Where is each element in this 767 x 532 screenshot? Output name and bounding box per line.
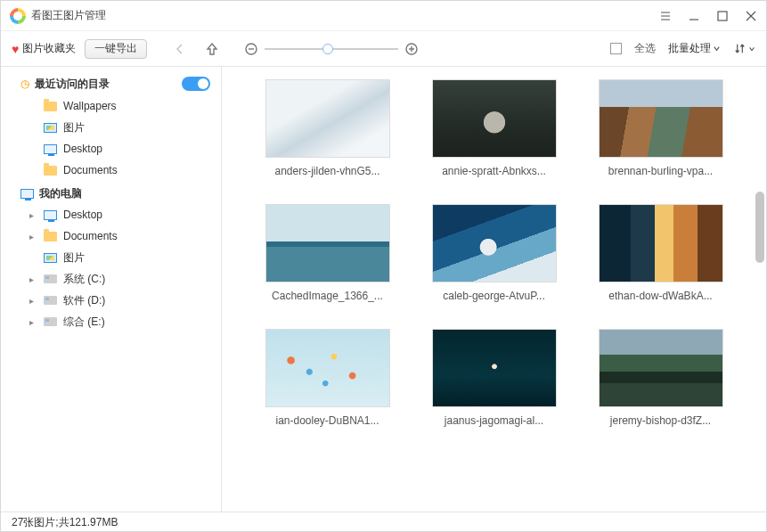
disk-icon bbox=[44, 296, 57, 305]
thumbnail-caption: ethan-dow-dWaBkA... bbox=[590, 290, 732, 302]
zoom-slider-thumb[interactable] bbox=[322, 44, 333, 54]
thumbnail-cell[interactable]: jeremy-bishop-d3fZ... bbox=[582, 329, 739, 427]
close-button[interactable] bbox=[745, 10, 757, 22]
computer-header[interactable]: 我的电脑 bbox=[1, 181, 221, 204]
thumbnail-cell[interactable]: ethan-dow-dWaBkA... bbox=[582, 204, 739, 302]
recent-toggle[interactable] bbox=[182, 77, 210, 91]
thumbnail-cell[interactable]: anders-jilden-vhnG5... bbox=[249, 79, 406, 177]
batch-dropdown[interactable]: 批量处理 bbox=[668, 41, 721, 56]
sidebar-item-label: Desktop bbox=[63, 209, 102, 221]
computer-icon bbox=[20, 189, 34, 199]
folder-icon bbox=[44, 102, 57, 111]
thumbnail-caption: jeremy-bishop-d3fZ... bbox=[590, 414, 732, 427]
thumbnail-image bbox=[432, 329, 557, 407]
sidebar-item-label: 系统 (C:) bbox=[63, 272, 105, 287]
expand-icon[interactable]: ▸ bbox=[29, 274, 40, 284]
thumbnail-image bbox=[432, 204, 557, 282]
picture-icon bbox=[44, 253, 57, 263]
expand-icon[interactable]: ▸ bbox=[29, 317, 40, 327]
sidebar-item-label: Wallpapers bbox=[63, 100, 117, 112]
clock-icon: ◷ bbox=[20, 78, 29, 90]
sort-dropdown[interactable] bbox=[733, 42, 755, 55]
thumbnail-caption: annie-spratt-Abnkxs... bbox=[423, 165, 566, 177]
sidebar-item[interactable]: 图片 bbox=[1, 247, 221, 268]
sidebar-item-label: 图片 bbox=[63, 250, 85, 266]
screen-icon bbox=[44, 144, 57, 154]
disk-icon bbox=[44, 317, 57, 326]
thumbnail-area: anders-jilden-vhnG5...annie-spratt-Abnkx… bbox=[222, 67, 766, 512]
thumbnail-image bbox=[599, 204, 723, 282]
svg-rect-0 bbox=[718, 12, 727, 20]
export-button[interactable]: 一键导出 bbox=[85, 39, 147, 59]
sidebar: ◷ 最近访问的目录 Wallpapers图片DesktopDocuments 我… bbox=[1, 67, 222, 512]
zoom-out-button[interactable] bbox=[241, 39, 261, 59]
sidebar-item-label: 图片 bbox=[63, 120, 85, 135]
recent-label: 最近访问的目录 bbox=[35, 77, 182, 92]
thumbnail-image bbox=[599, 329, 723, 407]
favorites-label: 图片收藏夹 bbox=[22, 41, 76, 56]
expand-icon[interactable]: ▸ bbox=[29, 296, 40, 306]
expand-icon[interactable]: ▸ bbox=[29, 232, 40, 241]
sidebar-item-label: Documents bbox=[63, 164, 118, 176]
thumbnail-cell[interactable]: jaanus-jagomagi-al... bbox=[415, 329, 573, 427]
select-all-label: 全选 bbox=[634, 41, 656, 56]
expand-icon[interactable]: ▸ bbox=[29, 210, 40, 220]
thumbnail-caption: ian-dooley-DuBNA1... bbox=[257, 414, 399, 427]
recent-header: ◷ 最近访问的目录 bbox=[1, 72, 221, 95]
titlebar: 看图王图片管理 bbox=[1, 1, 766, 31]
app-icon bbox=[10, 8, 26, 24]
thumbnail-caption: anders-jilden-vhnG5... bbox=[257, 165, 399, 177]
sidebar-item[interactable]: Desktop bbox=[1, 138, 221, 160]
window-title: 看图王图片管理 bbox=[31, 8, 659, 23]
thumbnail-caption: caleb-george-AtvuP... bbox=[423, 290, 566, 302]
folder-icon bbox=[44, 232, 57, 241]
heart-icon: ♥ bbox=[12, 42, 19, 56]
thumbnail-caption: brennan-burling-vpa... bbox=[590, 165, 732, 177]
sidebar-item[interactable]: Documents bbox=[1, 160, 221, 181]
sidebar-item[interactable]: ▸软件 (D:) bbox=[1, 290, 221, 311]
thumbnail-image bbox=[265, 329, 390, 407]
status-bar: 27张图片;共121.97MB bbox=[1, 512, 766, 532]
thumbnail-caption: CachedImage_1366_... bbox=[257, 290, 399, 302]
zoom-slider[interactable] bbox=[265, 48, 398, 50]
sidebar-item-label: 综合 (E:) bbox=[63, 315, 105, 330]
thumbnail-cell[interactable]: brennan-burling-vpa... bbox=[582, 79, 739, 177]
favorites-button[interactable]: ♥ 图片收藏夹 bbox=[12, 41, 76, 56]
thumbnail-cell[interactable]: annie-spratt-Abnkxs... bbox=[415, 79, 573, 177]
maximize-button[interactable] bbox=[716, 10, 729, 22]
sidebar-item[interactable]: ▸系统 (C:) bbox=[1, 268, 221, 290]
thumbnail-cell[interactable]: caleb-george-AtvuP... bbox=[415, 204, 573, 302]
status-text: 27张图片;共121.97MB bbox=[12, 515, 118, 530]
folder-icon bbox=[44, 166, 57, 176]
disk-icon bbox=[44, 274, 57, 283]
screen-icon bbox=[44, 210, 57, 220]
select-all-checkbox[interactable] bbox=[610, 43, 622, 54]
computer-label: 我的电脑 bbox=[39, 186, 82, 201]
zoom-in-button[interactable] bbox=[402, 39, 421, 59]
thumbnail-image bbox=[432, 79, 557, 158]
back-button[interactable] bbox=[170, 39, 190, 59]
thumbnail-cell[interactable]: CachedImage_1366_... bbox=[249, 204, 406, 302]
up-button[interactable] bbox=[202, 39, 222, 59]
thumbnail-image bbox=[599, 79, 723, 158]
thumbnail-image bbox=[265, 79, 390, 158]
sidebar-item[interactable]: ▸Desktop bbox=[1, 204, 221, 225]
sidebar-item[interactable]: 图片 bbox=[1, 117, 221, 138]
toolbar: ♥ 图片收藏夹 一键导出 全选 批量处理 bbox=[1, 31, 766, 67]
scrollbar-thumb[interactable] bbox=[755, 192, 764, 263]
sidebar-item-label: Desktop bbox=[63, 143, 102, 155]
sidebar-item-label: 软件 (D:) bbox=[63, 293, 105, 308]
thumbnail-caption: jaanus-jagomagi-al... bbox=[423, 414, 566, 427]
sidebar-item[interactable]: ▸综合 (E:) bbox=[1, 311, 221, 332]
minimize-button[interactable] bbox=[688, 10, 700, 22]
sidebar-item-label: Documents bbox=[63, 230, 118, 242]
picture-icon bbox=[44, 123, 57, 133]
thumbnail-cell[interactable]: ian-dooley-DuBNA1... bbox=[249, 329, 406, 427]
sidebar-item[interactable]: Wallpapers bbox=[1, 95, 221, 117]
sidebar-item[interactable]: ▸Documents bbox=[1, 225, 221, 247]
hamburger-icon[interactable] bbox=[659, 10, 672, 22]
thumbnail-image bbox=[265, 204, 390, 282]
